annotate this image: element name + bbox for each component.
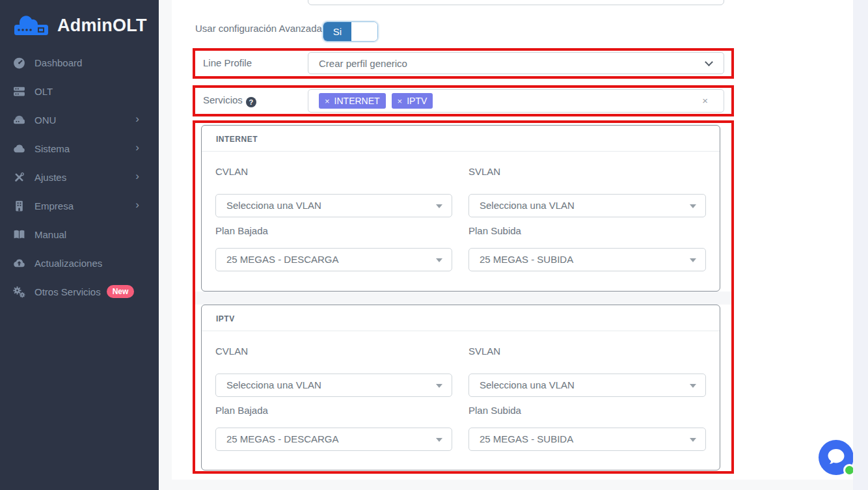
servicios-label: Servicios? [203,94,256,107]
book-icon [12,227,26,241]
caret-down-icon [436,384,442,388]
panel-title: INTERNET [216,135,258,144]
svlan-select[interactable]: Selecciona una VLAN [468,374,706,397]
tag-label: INTERNET [334,96,380,106]
plan-subida-select[interactable]: 25 MEGAS - SUBIDA [468,248,706,271]
plan-bajada-label: Plan Bajada [215,225,452,236]
cloud-upload-icon [12,256,26,270]
caret-down-icon [690,204,696,208]
sidebar-item-label: Dashboard [34,57,82,68]
tag-remove-icon[interactable]: × [325,96,330,106]
toggle-on-label: Si [323,22,351,41]
advanced-config-toggle[interactable]: Si [323,21,378,42]
sidebar-item-onu[interactable]: ONU › [0,105,159,134]
sidebar-item-dashboard[interactable]: Dashboard [0,48,159,77]
svlan-placeholder: Selecciona una VLAN [480,374,575,396]
tag-label: IPTV [407,96,427,106]
building-icon [12,198,26,213]
sidebar-item-label: ONU [34,115,56,126]
main-content: Usar configuración Avanzada Si Line Prof… [159,0,868,490]
cvlan-placeholder: Selecciona una VLAN [226,195,321,217]
chevron-right-icon: › [135,170,139,182]
chevron-right-icon: › [135,113,139,124]
sidebar-item-otros-servicios[interactable]: Otros Servicios New [0,277,159,306]
router-cloud-logo-icon [10,9,51,42]
cvlan-placeholder: Selecciona una VLAN [226,374,321,396]
cvlan-label: CVLAN [215,346,452,357]
cutoff-input-field[interactable] [308,0,724,5]
dashboard-icon [12,55,26,70]
sidebar: AdminOLT Dashboard OLT ONU › Sis [0,0,159,490]
plan-bajada-select[interactable]: 25 MEGAS - DESCARGA [215,248,452,271]
sidebar-item-label: Manual [34,229,66,240]
cloud-icon [12,141,26,156]
internet-panel: INTERNET CVLAN SVLAN Selecciona una VLAN… [201,125,720,292]
line-profile-label: Line Profile [203,57,252,68]
sidebar-item-manual[interactable]: Manual [0,220,159,249]
chat-button[interactable] [819,440,854,475]
sidebar-nav: Dashboard OLT ONU › Sistema › [0,42,159,306]
servicios-label-text: Servicios [203,94,243,105]
toggle-off-half [351,22,377,41]
plan-bajada-value: 25 MEGAS - DESCARGA [226,428,339,450]
servicios-multiselect[interactable]: × INTERNET × IPTV × [308,89,724,113]
svlan-select[interactable]: Selecciona una VLAN [468,194,706,217]
right-scroll-gutter[interactable] [853,0,868,490]
line-profile-selected-value: Crear perfil generico [319,53,407,74]
plan-subida-value: 25 MEGAS - SUBIDA [480,249,573,271]
panel-title: IPTV [216,314,235,323]
cvlan-label: CVLAN [215,166,452,177]
help-question-icon[interactable]: ? [246,97,256,107]
caret-down-icon [690,258,696,262]
sidebar-item-label: Ajustes [34,172,66,183]
sidebar-item-empresa[interactable]: Empresa › [0,191,159,220]
tools-icon [12,170,26,184]
panel-gap [195,292,731,305]
svlan-placeholder: Selecciona una VLAN [480,195,575,217]
sidebar-item-label: Sistema [34,143,70,154]
caret-down-icon [436,438,442,442]
plan-subida-select[interactable]: 25 MEGAS - SUBIDA [468,428,706,451]
plan-subida-label: Plan Subida [468,225,706,236]
sidebar-item-label: Otros Servicios [34,286,101,297]
clear-all-icon[interactable]: × [702,95,708,106]
panel-header: IPTV [202,305,720,331]
sidebar-item-ajustes[interactable]: Ajustes › [0,163,159,191]
iptv-panel: IPTV CVLAN SVLAN Selecciona una VLAN Sel… [201,305,720,470]
app-name: AdminOLT [57,16,147,36]
caret-down-icon [690,384,696,388]
chevron-down-icon [705,58,713,66]
caret-down-icon [436,258,442,262]
gears-icon [12,284,26,299]
line-profile-select[interactable]: Crear perfil generico [308,52,724,74]
chevron-right-icon: › [135,142,139,153]
router-icon [12,113,26,127]
svlan-label: SVLAN [468,166,706,177]
tag-remove-icon[interactable]: × [398,96,403,106]
sidebar-item-label: Empresa [34,200,74,211]
sidebar-item-actualizaciones[interactable]: Actualizaciones [0,249,159,277]
app-logo[interactable]: AdminOLT [0,0,159,42]
service-panels-highlight-box: INTERNET CVLAN SVLAN Selecciona una VLAN… [193,120,734,474]
sidebar-item-label: OLT [34,86,53,97]
new-badge: New [107,285,135,298]
cvlan-select[interactable]: Selecciona una VLAN [215,194,452,217]
line-profile-highlight-box: Line Profile Crear perfil generico [193,48,734,79]
caret-down-icon [690,438,696,442]
sidebar-item-olt[interactable]: OLT [0,77,159,105]
plan-subida-label: Plan Subida [468,405,706,416]
svlan-label: SVLAN [468,346,706,357]
plan-bajada-label: Plan Bajada [215,405,452,416]
panel-header: INTERNET [202,126,720,152]
plan-bajada-select[interactable]: 25 MEGAS - DESCARGA [215,428,452,451]
plan-bajada-value: 25 MEGAS - DESCARGA [226,249,339,271]
server-icon [12,84,26,98]
plan-subida-value: 25 MEGAS - SUBIDA [480,428,573,450]
servicios-highlight-box: Servicios? × INTERNET × IPTV × [193,85,734,116]
tag-internet[interactable]: × INTERNET [319,93,386,109]
tag-iptv[interactable]: × IPTV [392,93,433,109]
caret-down-icon [436,204,442,208]
sidebar-item-label: Actualizaciones [34,258,102,269]
cvlan-select[interactable]: Selecciona una VLAN [215,374,452,397]
sidebar-item-sistema[interactable]: Sistema › [0,134,159,163]
